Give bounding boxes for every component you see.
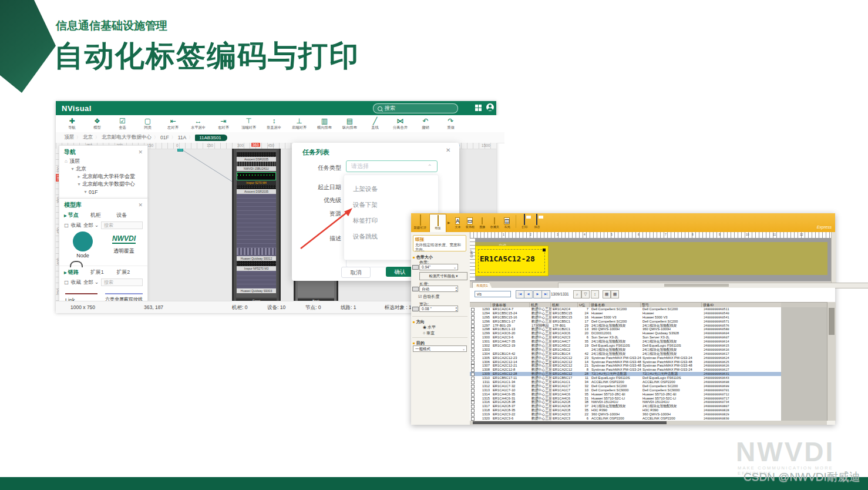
tab-ext2[interactable]: 扩展2 [116,269,143,276]
table-row[interactable]: 1301 ER1CA4C7-35 数据中心三层 ER1CA4C7 35 24口模… [470,340,781,344]
confirm-button[interactable]: 确认 [386,267,414,277]
tree-node[interactable]: ▾ 北京 [59,165,147,173]
table-row[interactable]: 1302 ER1CA5C2-19 数据中心三层 ER1CA5C2 19 Dell… [470,344,781,348]
favorite-checkbox[interactable]: ☐ [64,280,69,286]
table-row[interactable]: 1315 ER1CA4C6-31 数据中心三层 ER1CA4C6 31 Huaw… [470,397,781,401]
table-row[interactable]: 1297 17F-B01-29 17层弱电间 17F-B01 29 24口模块化… [470,324,781,328]
breadcrumb-current[interactable]: 11AB3S01 [195,135,227,141]
toolbar-button[interactable]: ↶ 撤销 [413,118,438,130]
row-checkbox[interactable] [471,328,475,331]
model-item-cable[interactable]: 六类非屏蔽双绞线 [105,290,143,302]
form-view-icon[interactable]: ▦ [611,290,619,298]
row-checkbox[interactable] [471,308,475,311]
cancel-button[interactable]: 取消 [341,267,371,278]
row-checkbox[interactable] [471,312,475,316]
row-checkbox[interactable] [471,372,475,376]
row-checkbox[interactable] [471,413,475,417]
sort-asc-icon[interactable]: ↕ [591,290,599,298]
sheet-tab[interactable]: 布局页1 [472,282,492,288]
toolbar-button[interactable]: ⊥ 底端对齐 [287,118,312,130]
row-checkbox[interactable] [471,357,475,360]
table-row[interactable]: 1309 ER1CA5C12-28 数据中心三层 ER1CA5C12 28 72… [470,372,781,376]
tab-paper[interactable]: 纸张 [429,214,446,233]
table-row[interactable]: 1305 ER1CA2C12-23 数据中心三层 ER1CA2C12 23 Sy… [470,356,781,360]
table-row[interactable]: 1308 ER1CA2C12-8 数据中心三层 ER1CA2C12 8 Syst… [470,368,781,372]
print-button[interactable]: 打印 [519,214,531,229]
toolbar-button[interactable]: ↔ 水平居中 [186,118,211,130]
table-row[interactable]: 1300 ER1CA2C3-6 数据中心三层 ER1CA2C3 6 Sun Se… [470,335,781,340]
rack-front[interactable]: Avocent DSR2035 NWVDI-15BU241U Inspur 52… [232,149,281,301]
toolbar-button[interactable]: ⇤ 左对齐 [160,118,186,130]
row-checkbox[interactable] [471,324,475,328]
toolbar-button[interactable]: ↕ 垂直居中 [261,118,287,130]
table-hscrollbar[interactable] [470,421,827,425]
row-checkbox[interactable] [471,401,475,404]
tab-link[interactable]: 链路 [64,269,90,276]
tool-layout[interactable]: ◫布局 [501,214,513,229]
row-checkbox[interactable] [471,344,475,348]
prev-record-button[interactable]: ◀ [524,290,533,298]
device-selected[interactable] [237,172,276,180]
search-icon[interactable]: ⌕ [573,290,581,298]
orient-vertical-radio[interactable]: ○ 垂直 [423,330,435,336]
close-icon[interactable]: ✕ [138,149,143,155]
label-text[interactable]: ER1CA5C12-28 [480,254,535,263]
row-checkbox[interactable] [471,393,475,397]
table-row[interactable]: 1318 ER1CA2C8-35 数据中心三层 ER1CA2C8 35 H3C … [470,408,781,412]
row-checkbox[interactable] [471,381,475,384]
arc-item[interactable] [70,261,83,267]
close-icon[interactable]: ✕ [446,147,450,153]
model-search-input[interactable]: 搜索 [101,278,143,286]
label-object[interactable]: ER1CA5C12-28 [475,246,549,276]
option-unshelve-device[interactable]: 设备下架 [344,197,438,213]
table-row[interactable]: 1307 ER1CA2C12-21 数据中心三层 ER1CA2C12 21 Sy… [470,364,781,368]
table-row[interactable]: 1310 ER1CB5C17-11 数据中心三层 ER1CB5C17 11 De… [470,376,781,380]
toolbar-button[interactable]: ↷ 重做 [438,118,463,130]
save-button[interactable]: 保存 [531,214,543,229]
table-row[interactable]: 1303 数据中心三层 ER1CA5C2 24口模块化智能配线架 24口模块化智… [470,348,781,352]
table-row[interactable]: 1296 ER1CB5C1-17 数据中心三层 ER1CB5C1 17 Dell… [470,320,781,324]
table-vscrollbar[interactable] [827,302,836,421]
tool-frame[interactable]: ▭装饰框 [464,214,476,229]
table-row[interactable]: 1312 ER1CA1C7-32 数据中心三层 ER1CA1C7 32 Dell… [470,384,781,388]
tool-text[interactable]: A文本 [452,214,464,229]
next-record-button[interactable]: ▶ [533,290,542,298]
breadcrumb-item[interactable]: 北京邮电大学数据中心 [102,134,152,141]
toolbar-button[interactable]: ✚ 导航 [59,118,85,130]
row-checkbox[interactable] [471,316,475,320]
tab-cabinet[interactable]: 机柜 [90,212,117,219]
selection-handle[interactable] [177,149,183,152]
canvas-vscrollbar[interactable] [831,232,836,288]
detect-size-button[interactable]: 检测尺寸和颜色 ▾ [419,272,467,280]
apps-grid-icon[interactable] [475,105,482,111]
toolbar-button[interactable]: ⇥ 右对齐 [211,118,236,130]
tab-node[interactable]: 节点 [64,212,90,219]
table-row[interactable]: 1317 ER1CA2C8-37 数据中心三层 ER1CA2C8 37 24口模… [470,404,781,408]
close-icon[interactable]: ✕ [138,202,143,208]
row-checkbox[interactable] [471,397,475,401]
toolbar-button[interactable]: ▤ 纵向排布 [337,118,362,130]
table-row[interactable]: 1313 ER1CA1C7-10 数据中心三层 ER1CA1C7 10 Dell… [470,388,781,392]
tree-node[interactable]: ⌂ 顶层 [59,157,147,165]
table-row[interactable]: 1295 ER1CB5C15-16 数据中心三层 ER1CB5C15 16 Hu… [470,316,781,320]
toolbar-button[interactable]: ▥ 横向排布 [312,118,337,130]
toolbar-button[interactable]: ⋈ 分离合并 [388,118,413,130]
breadcrumb-item[interactable]: 北京 [83,134,93,141]
breadcrumb-item[interactable]: 01F [160,135,169,140]
table-row[interactable]: 1314 ER1CA4C6-35 数据中心三层 ER1CA4C6 35 Huaw… [470,392,781,397]
filter-icon[interactable]: ▽ [581,290,590,298]
row-checkbox[interactable] [471,336,475,340]
breadcrumb-item[interactable]: 顶层 [64,134,74,141]
orient-horizontal-radio[interactable]: ◉ 水平 [423,324,436,330]
row-checkbox[interactable] [471,340,475,344]
row-checkbox[interactable] [471,353,475,356]
search-input[interactable]: 搜索 [373,103,458,113]
table-row[interactable]: 1306 ER1CA2C12-14 数据中心三层 ER1CA2C12 14 Sy… [470,360,781,364]
last-record-button[interactable]: ▶| [541,290,550,298]
table-row[interactable]: 1320 ER1CA2C3-6 数据中心三层 ER1CA2C3 6 ACCELI… [470,417,781,421]
auto-length-checkbox[interactable]: ☑ 自动长度 [418,294,439,300]
table-row[interactable]: 1298 ER1CB2C1-13 数据中心三层 ER1CB2C1 13 360 … [470,327,781,331]
toolbar-button[interactable]: ❖ 模型 [85,118,110,130]
row-checkbox[interactable] [471,405,475,408]
model-search-input[interactable]: 搜索 [101,221,143,229]
